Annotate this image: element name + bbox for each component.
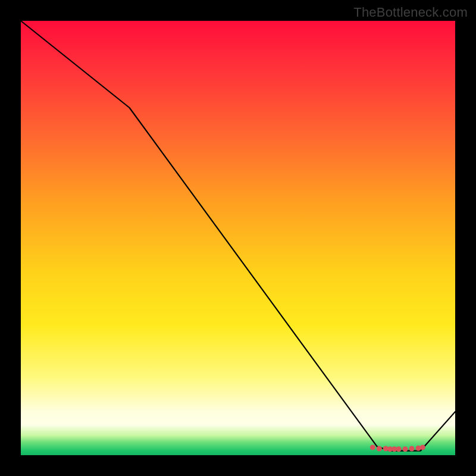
chart-frame: TheBottleneck.com	[0, 0, 476, 476]
marker-dot	[409, 446, 415, 452]
watermark-text: TheBottleneck.com	[353, 5, 468, 20]
marker-dot	[420, 444, 425, 450]
marker-dot	[370, 444, 375, 450]
marker-dot	[403, 446, 408, 452]
chart-overlay	[21, 21, 455, 455]
marker-dot	[377, 446, 382, 452]
curve-line	[21, 21, 455, 451]
marker-dot	[396, 446, 402, 452]
